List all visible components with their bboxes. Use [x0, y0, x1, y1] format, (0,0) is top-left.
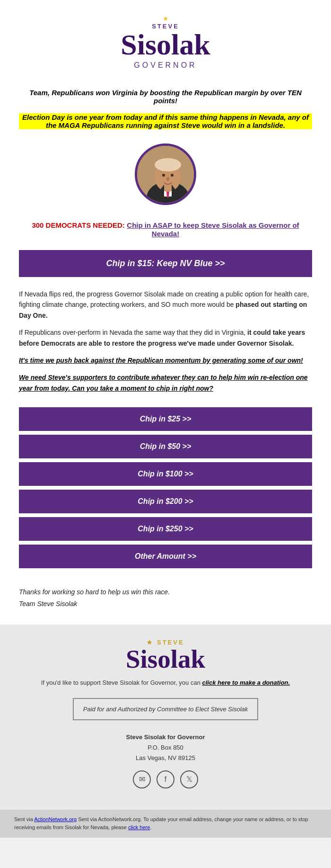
donation-buttons-section: Chip in $25 >> Chip in $50 >> Chip in $1… — [0, 405, 331, 582]
email-social-icon[interactable]: ✉ — [133, 770, 151, 788]
profile-svg — [137, 146, 196, 205]
profile-section — [0, 134, 331, 216]
chip-200-button[interactable]: Chip in $200 >> — [19, 490, 312, 513]
cta-red-text: 300 DEMOCRATS NEEDED: — [32, 221, 124, 229]
svg-point-5 — [155, 158, 181, 171]
intro-line2: Election Day is one year from today and … — [19, 113, 312, 129]
chip-25-button[interactable]: Chip in $25 >> — [19, 407, 312, 431]
bottom-footer-sent: Sent via — [14, 816, 34, 822]
other-amount-button[interactable]: Other Amount >> — [19, 545, 312, 568]
svg-point-8 — [166, 177, 169, 181]
cta-link[interactable]: Chip in ASAP to keep Steve Sisolak as Go… — [127, 221, 299, 238]
body-paragraph1: If Nevada flips red, the progress Govern… — [19, 289, 312, 321]
body-paragraph3: It's time we push back against the Repub… — [19, 355, 312, 366]
logo-governor: GOVERNOR — [9, 61, 322, 70]
action-network-link[interactable]: ActionNetwork.org — [34, 816, 77, 822]
profile-image — [135, 143, 196, 205]
bottom-footer: Sent via ActionNetwork.org Sent via Acti… — [0, 810, 331, 838]
svg-point-7 — [171, 174, 174, 177]
thanks-line2: Team Steve Sisolak — [19, 598, 312, 610]
footer-support-text: If you'd like to support Steve Sisolak f… — [19, 679, 312, 686]
thanks-section: Thanks for working so hard to help us wi… — [0, 582, 331, 624]
footer-section: ★ STEVE Sisolak If you'd like to support… — [0, 625, 331, 810]
intro-line1: Team, Republicans won Virginia by boosti… — [19, 89, 312, 105]
main-chip-button[interactable]: Chip in $15: Keep NV Blue >> — [19, 250, 312, 277]
footer-auth-box: Paid for and Authorized by Committee to … — [73, 698, 259, 720]
svg-point-6 — [162, 174, 165, 177]
chip-250-button[interactable]: Chip in $250 >> — [19, 517, 312, 541]
facebook-social-icon[interactable]: f — [157, 770, 174, 788]
intro-section: Team, Republicans won Virginia by boosti… — [0, 79, 331, 134]
cta-section: 300 DEMOCRATS NEEDED: Chip in ASAP to ke… — [0, 216, 331, 243]
footer-address: Steve Sisolak for Governor P.O. Box 850 … — [19, 732, 312, 763]
footer-donate-link[interactable]: click here to make a donation. — [202, 679, 290, 686]
footer-sisolak-label: Sisolak — [19, 646, 312, 672]
body-paragraph2: If Republicans over-perform in Nevada th… — [19, 327, 312, 349]
chip-100-button[interactable]: Chip in $100 >> — [19, 462, 312, 486]
twitter-social-icon[interactable]: 𝕏 — [180, 770, 198, 788]
logo-steve: ★ STEVE — [9, 14, 322, 30]
click-here-link[interactable]: click here — [128, 824, 150, 830]
body-paragraph4: We need Steve's supporters to contribute… — [19, 372, 312, 394]
logo-sisolak: Sisolak — [9, 30, 322, 59]
body-text-section: If Nevada flips red, the progress Govern… — [0, 284, 331, 405]
star-left-icon: ★ — [163, 15, 169, 22]
chip-50-button[interactable]: Chip in $50 >> — [19, 435, 312, 458]
social-icons-section: ✉ f 𝕏 — [19, 770, 312, 788]
logo-section: ★ STEVE Sisolak GOVERNOR — [0, 0, 331, 79]
footer-logo: ★ STEVE Sisolak — [19, 639, 312, 672]
thanks-line1: Thanks for working so hard to help us wi… — [19, 586, 312, 598]
